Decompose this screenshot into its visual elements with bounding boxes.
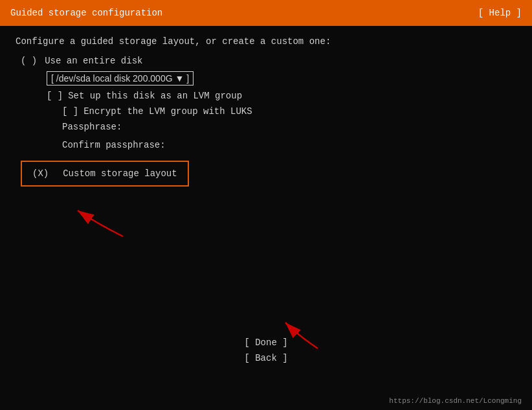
- custom-storage-radio: (X): [32, 168, 49, 179]
- description-text: Configure a guided storage layout, or cr…: [16, 36, 516, 47]
- lvm-group-option[interactable]: [ ] Set up this disk as an LVM group: [16, 91, 516, 101]
- lvm-group-label: Set up this disk as an LVM group: [68, 91, 242, 101]
- confirm-passphrase-row: Confirm passphrase:: [16, 140, 516, 150]
- passphrase-row: Passphrase:: [16, 122, 516, 132]
- screen: Guided storage configuration [ Help ] Co…: [0, 0, 532, 410]
- disk-selector-row: [ /dev/sda local disk 200.000G ▼ ]: [16, 71, 516, 85]
- disk-selector-button[interactable]: [ /dev/sda local disk 200.000G ▼ ]: [47, 71, 194, 85]
- entire-disk-label: Use an entire disk: [45, 56, 142, 66]
- title-bar-title: Guided storage configuration: [10, 8, 162, 18]
- watermark: https://blog.csdn.net/Lcongming: [389, 397, 522, 405]
- title-bar: Guided storage configuration [ Help ]: [0, 0, 532, 26]
- done-button[interactable]: [ Done ]: [239, 336, 293, 349]
- help-button[interactable]: [ Help ]: [478, 8, 522, 18]
- content: Configure a guided storage layout, or cr…: [0, 26, 532, 202]
- encrypt-lvm-label: Encrypt the LVM group with LUKS: [83, 106, 252, 117]
- custom-storage-option[interactable]: (X) Custom storage layout: [21, 161, 189, 187]
- encrypt-lvm-option[interactable]: [ ] Encrypt the LVM group with LUKS: [16, 106, 516, 117]
- bottom-buttons: [ Done ] [ Back ]: [239, 336, 293, 365]
- passphrase-label: Passphrase:: [62, 122, 122, 132]
- custom-storage-label: Custom storage layout: [63, 168, 177, 179]
- entire-disk-radio: ( ): [21, 56, 37, 66]
- back-button[interactable]: [ Back ]: [239, 352, 293, 365]
- lvm-group-checkbox: [ ]: [47, 91, 63, 101]
- confirm-passphrase-label: Confirm passphrase:: [62, 140, 166, 150]
- encrypt-lvm-checkbox: [ ]: [62, 106, 78, 117]
- use-entire-disk-option[interactable]: ( ) Use an entire disk: [16, 56, 516, 66]
